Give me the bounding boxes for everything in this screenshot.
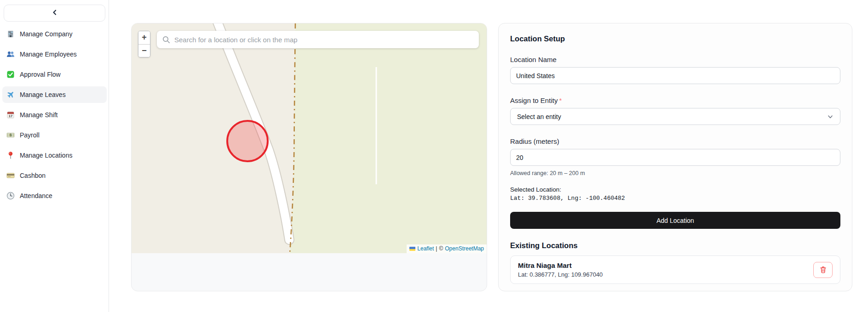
ukraine-flag-icon <box>409 247 415 251</box>
map-green-area <box>290 23 487 253</box>
radius-input[interactable] <box>510 149 840 166</box>
pushpin-icon <box>6 151 15 159</box>
existing-locations-title: Existing Locations <box>510 241 840 250</box>
sidebar-item-label: Attendance <box>20 192 52 199</box>
banknote-icon: $ <box>6 131 15 139</box>
sidebar-nav: Manage Company Manage Employees Approval… <box>0 26 109 208</box>
trash-icon <box>820 266 827 273</box>
map-zoom-control: + − <box>138 31 150 57</box>
sidebar-item-cashbon[interactable]: Cashbon <box>2 167 107 184</box>
sidebar-item-attendance[interactable]: Attendance <box>2 187 107 204</box>
existing-location-coordinates: Lat: 0.386777, Lng: 109.967040 <box>518 271 603 278</box>
selected-location-label: Selected Location: <box>510 186 840 193</box>
assign-entity-label: Assign to Entity* <box>510 96 840 104</box>
sidebar: Manage Company Manage Employees Approval… <box>0 0 109 312</box>
clock-icon <box>6 192 15 200</box>
map-tiles <box>132 23 487 253</box>
entity-select[interactable]: Select an entity <box>510 108 840 125</box>
office-building-icon <box>6 30 15 38</box>
required-asterisk: * <box>559 96 562 104</box>
zoom-in-button[interactable]: + <box>138 31 150 45</box>
sidebar-item-manage-shift[interactable]: 17 Manage Shift <box>2 107 107 123</box>
existing-location-name: Mitra Niaga Mart <box>518 261 603 269</box>
map-canvas[interactable]: + − Leaflet | © OpenStreetMap <box>132 23 487 253</box>
sidebar-item-label: Approval Flow <box>20 71 61 78</box>
sidebar-item-manage-employees[interactable]: Manage Employees <box>2 46 107 62</box>
location-name-input[interactable] <box>510 67 840 84</box>
map-search-input[interactable] <box>174 36 473 44</box>
sidebar-item-label: Manage Leaves <box>20 91 66 98</box>
map-radius-circle-marker[interactable] <box>227 121 268 161</box>
sidebar-item-payroll[interactable]: $ Payroll <box>2 127 107 143</box>
check-mark-icon <box>6 70 15 79</box>
svg-text:17: 17 <box>9 114 12 118</box>
map-search-bar <box>157 31 479 48</box>
search-icon <box>162 36 170 44</box>
sidebar-item-label: Cashbon <box>20 172 46 179</box>
sidebar-item-label: Payroll <box>20 131 40 139</box>
map-attribution: Leaflet | © OpenStreetMap <box>407 244 487 253</box>
openstreetmap-link[interactable]: OpenStreetMap <box>445 245 484 252</box>
chevron-down-icon <box>827 113 834 120</box>
radius-label: Radius (meters) <box>510 137 840 145</box>
sidebar-item-approval-flow[interactable]: Approval Flow <box>2 66 107 83</box>
radius-help-text: Allowed range: 20 m – 200 m <box>510 170 840 176</box>
airplane-icon <box>6 91 15 99</box>
selected-location-coordinates: Lat: 39.783608, Lng: -100.460482 <box>510 195 840 202</box>
map-card: + − Leaflet | © OpenStreetMap <box>131 23 487 291</box>
sidebar-item-label: Manage Shift <box>20 111 58 119</box>
sidebar-item-manage-leaves[interactable]: Manage Leaves <box>2 86 107 103</box>
employees-icon <box>6 50 15 58</box>
entity-select-value: Select an entity <box>517 113 561 120</box>
location-setup-panel: Location Setup Location Name Assign to E… <box>498 23 852 291</box>
sidebar-item-manage-company[interactable]: Manage Company <box>2 26 107 42</box>
location-name-label: Location Name <box>510 56 840 63</box>
sidebar-collapse-button[interactable] <box>4 5 105 22</box>
panel-title: Location Setup <box>510 34 840 43</box>
delete-location-button[interactable] <box>813 262 833 278</box>
existing-location-row: Mitra Niaga Mart Lat: 0.386777, Lng: 109… <box>510 255 840 284</box>
sidebar-item-label: Manage Employees <box>20 51 77 58</box>
copyright-symbol: © <box>439 245 443 252</box>
sidebar-item-manage-locations[interactable]: Manage Locations <box>2 147 107 164</box>
calendar-icon: 17 <box>6 111 15 119</box>
zoom-out-button[interactable]: − <box>138 45 150 57</box>
chevron-left-icon <box>52 9 58 17</box>
add-location-button[interactable]: Add Location <box>510 212 840 229</box>
sidebar-item-label: Manage Company <box>20 30 72 38</box>
credit-card-icon <box>6 171 15 180</box>
existing-location-info: Mitra Niaga Mart Lat: 0.386777, Lng: 109… <box>518 261 603 278</box>
sidebar-item-label: Manage Locations <box>20 152 72 159</box>
attribution-separator: | <box>436 245 437 252</box>
leaflet-link[interactable]: Leaflet <box>417 245 434 252</box>
svg-text:$: $ <box>10 133 11 137</box>
